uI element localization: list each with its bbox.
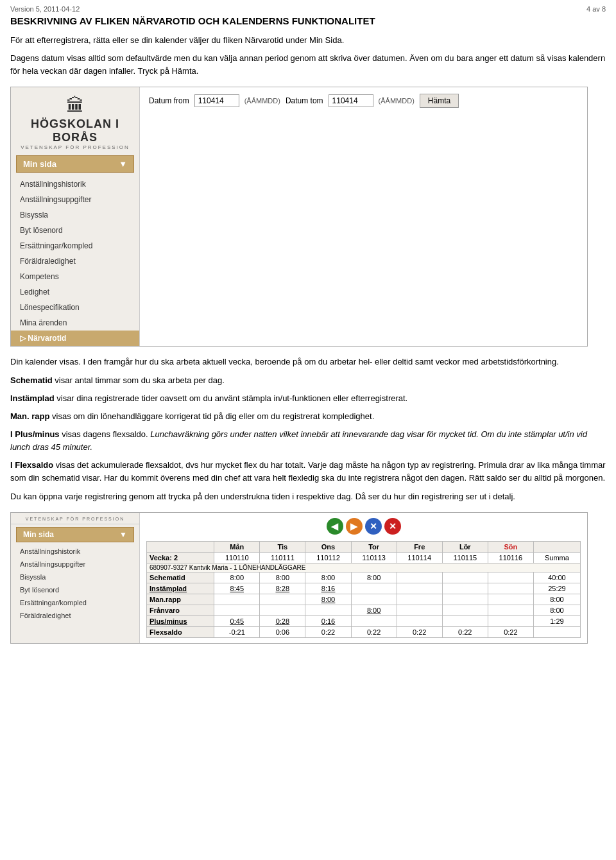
man-rapp-row: Man.rapp 8:00 8:00 [147,594,581,605]
sidebar-item-byt-losenord[interactable]: Byt lösenord [11,223,139,238]
franvaro-row: Frånvaro 8:00 8:00 [147,605,581,615]
paragraph-plus-minus: I Plus/minus visas dagens flexsaldo. Lun… [10,428,606,454]
main-content-2: ◀ ▶ ✕ ✕ Mån Tis Ons Tor Fre Lör Sön [139,513,587,643]
nav-cancel-button[interactable]: ✕ [384,518,401,535]
col-header-son: Sön [488,541,533,552]
sidebar-item-lonespecifikation[interactable]: Lönespecifikation [11,300,139,315]
col-header-tis: Tis [260,541,305,552]
plus-minus-label: Plus/minus [147,615,214,626]
instamplad-tis[interactable]: 8:28 [260,583,305,594]
franvaro-lor [442,605,488,615]
sidebar2-item-byt-losenord[interactable]: Byt lösenord [11,583,139,596]
date-tis: 110111 [260,552,305,563]
min-sida-button-2[interactable]: Min sida ▼ [16,527,134,542]
man-rapp-summa: 8:00 [533,594,580,605]
man-rapp-son [488,594,533,605]
hamta-button[interactable]: Hämta [420,94,459,108]
sidebar-item-narvarotid[interactable]: ▷ Närvarotid [11,331,139,346]
header-bar: Version 5, 2011-04-12 4 av 8 [10,5,606,13]
man-rapp-tor [351,594,397,605]
date-form: Datum from (ÅÅMMDD) Datum tom (ÅÅMMDD) H… [149,94,578,108]
flexsaldo-tis: 0:06 [260,626,305,637]
instamplad-ons[interactable]: 8:16 [305,583,351,594]
sidebar-item-anstallningsuppgifter[interactable]: Anställningsuppgifter [11,192,139,207]
vecka-row: Vecka: 2 110110 110111 110112 110113 110… [147,552,581,563]
schematid-bold: Schematid [10,375,53,385]
datum-from-input[interactable] [194,94,239,107]
sidebar-item-foraldraledighet[interactable]: Föräldraledighet [11,254,139,269]
sidebar-menu-2: Anställningshistorik Anställningsuppgift… [11,545,139,622]
date-man: 110110 [214,552,260,563]
schematid-fre [397,572,442,583]
plus-minus-man[interactable]: 0:45 [214,615,260,626]
franvaro-summa: 8:00 [533,605,580,615]
instamplad-row: Instämplad 8:45 8:28 8:16 25:29 [147,583,581,594]
paragraph-din-kalender: Din kalender visas. I den framgår hur du… [10,356,606,368]
sidebar2-item-ersattningar[interactable]: Ersättningar/kompled [11,596,139,609]
flexsaldo-fre: 0:22 [397,626,442,637]
plus-minus-summa: 1:29 [533,615,580,626]
schematid-son [488,572,533,583]
nav-next-button[interactable]: ▶ [346,518,363,535]
instamplad-tor [351,583,397,594]
franvaro-ons [305,605,351,615]
version-text: Version 5, 2011-04-12 [10,5,80,13]
sidebar2-item-anstallningshistorik[interactable]: Anställningshistorik [11,545,139,558]
sidebar2-item-anstallningsuppgifter[interactable]: Anställningsuppgifter [11,558,139,571]
instamplad-man[interactable]: 8:45 [214,583,260,594]
plus-minus-lor [442,615,488,626]
employee-row: 680907-9327 Kantvik Maria - 1 LÖNEHANDLÄ… [147,563,581,572]
plus-minus-ons[interactable]: 0:16 [305,615,351,626]
schematid-summa: 40:00 [533,572,580,583]
schematid-tor: 8:00 [351,572,397,583]
franvaro-tor[interactable]: 8:00 [351,605,397,615]
date-lor: 110115 [442,552,488,563]
date-ons: 110112 [305,552,351,563]
sidebar2-item-bisyssla[interactable]: Bisyssla [11,571,139,583]
col-header-man: Mån [214,541,260,552]
man-rapp-label: Man.rapp [147,594,214,605]
sidebar-item-kompetens[interactable]: Kompetens [11,269,139,284]
man-rapp-ons[interactable]: 8:00 [305,594,351,605]
col-header-summa [533,541,580,552]
page-title: BESKRIVNING AV FLIKEN NÄRVAROTID OCH KAL… [10,15,606,26]
col-header-ons: Ons [305,541,351,552]
min-sida-arrow-2: ▼ [119,530,127,539]
sidebar-item-ersattningar[interactable]: Ersättningar/kompled [11,238,139,254]
nav-close-button[interactable]: ✕ [365,518,382,535]
nav-prev-button[interactable]: ◀ [327,518,343,535]
sidebar-item-anstallningshistorik[interactable]: Anställningshistorik [11,176,139,192]
min-sida-arrow: ▼ [119,159,127,169]
flexsaldo-lor: 0:22 [442,626,488,637]
logo-area-2: VETENSKAP FÖR PROFESSION [11,513,139,524]
paragraph-last: Du kan öppna varje registrering genom at… [10,490,606,503]
min-sida-button[interactable]: Min sida ▼ [16,155,134,173]
franvaro-man [214,605,260,615]
sidebar-item-ledighet[interactable]: Ledighet [11,284,139,300]
date-son: 110116 [488,552,533,563]
min-sida-label-2: Min sida [23,530,54,539]
sidebar2-item-foraldraledighet[interactable]: Föräldraledighet [11,609,139,622]
datum-tom-input[interactable] [329,94,373,107]
vecka-label: Vecka: 2 [147,552,214,563]
plus-minus-tis[interactable]: 0:28 [260,615,305,626]
logo-sub-2: VETENSKAP FÖR PROFESSION [17,517,133,521]
plus-minus-tor [351,615,397,626]
sidebar-item-bisyssla[interactable]: Bisyssla [11,207,139,223]
datum-tom-label: Datum tom [286,96,323,105]
intro-paragraph-1: För att efterregistrera, rätta eller se … [10,34,606,47]
nav-icons: ◀ ▶ ✕ ✕ [146,518,581,535]
datum-from-label: Datum from [149,96,189,105]
logo-text: HÖGSKOLAN I BORÅS [17,117,133,144]
man-rapp-lor [442,594,488,605]
plus-minus-son [488,615,533,626]
screenshot-2: VETENSKAP FÖR PROFESSION Min sida ▼ Anst… [10,512,588,644]
flexsaldo-ons: 0:22 [305,626,351,637]
col-header-lor: Lör [442,541,488,552]
franvaro-tis [260,605,305,615]
sidebar-item-mina-arenden[interactable]: Mina ärenden [11,315,139,331]
franvaro-son [488,605,533,615]
flexsaldo-row: Flexsaldo -0:21 0:06 0:22 0:22 0:22 0:22… [147,626,581,637]
col-header-tor: Tor [351,541,397,552]
schematid-label: Schematid [147,572,214,583]
